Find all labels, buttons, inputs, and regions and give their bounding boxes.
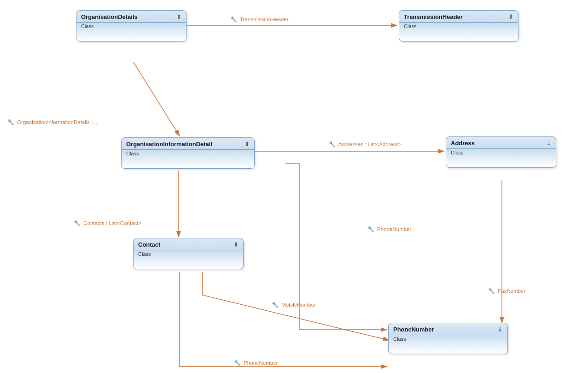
- class-header: Contact ⇓: [134, 238, 243, 250]
- class-title: OrganisationDetails: [81, 13, 138, 20]
- class-header: OrganisationInformationDetail ⇓: [122, 138, 254, 150]
- class-body: [134, 260, 243, 269]
- class-header: PhoneNumber ⇓: [389, 323, 507, 335]
- class-body: [389, 344, 507, 354]
- class-address[interactable]: Address ⇓ Class: [446, 136, 556, 168]
- wrench-icon: 🔧: [74, 220, 81, 226]
- class-stereotype: Class: [122, 150, 254, 159]
- chevron-down-icon: ⇓: [546, 140, 551, 147]
- class-stereotype: Class: [446, 149, 556, 158]
- wrench-icon: 🔧: [230, 16, 237, 23]
- wrench-icon: 🔧: [488, 288, 495, 294]
- class-stereotype: Class: [134, 250, 243, 260]
- wrench-icon: 🔧: [234, 360, 241, 366]
- chevron-down-icon: ⇓: [233, 241, 239, 248]
- class-title: TransmissionHeader: [404, 13, 463, 20]
- wrench-icon: 🔧: [272, 302, 279, 308]
- label-phonenumber1: 🔧 PhoneNumber: [367, 226, 411, 232]
- label-faxnumber: 🔧 FaxNumber: [488, 288, 525, 294]
- class-stereotype: Class: [399, 23, 518, 32]
- arrow-orginfo-down: [134, 62, 180, 136]
- class-body: [76, 32, 186, 41]
- label-phonenumber2: 🔧 PhoneNumber: [234, 360, 278, 366]
- class-title: OrganisationInformationDetail: [126, 141, 212, 148]
- class-stereotype: Class: [76, 23, 186, 32]
- arrow-phonenumber2: [180, 272, 387, 367]
- label-contacts: 🔧 Contacts : List<Contact>: [74, 220, 141, 226]
- diagram-container: OrganisationDetails ⇑ Class Transmission…: [0, 0, 588, 373]
- chevron-down-icon: ⇓: [245, 141, 250, 148]
- arrows-overlay: [0, 0, 588, 373]
- label-mobilenumber: 🔧 MobileNumber: [272, 302, 316, 308]
- class-organisationinformationdetail[interactable]: OrganisationInformationDetail ⇓ Class: [121, 137, 255, 169]
- class-contact[interactable]: Contact ⇓ Class: [133, 238, 244, 269]
- class-stereotype: Class: [389, 335, 507, 344]
- class-body: [446, 158, 556, 167]
- class-header: OrganisationDetails ⇑: [76, 11, 186, 23]
- chevron-down-icon: ⇓: [498, 326, 503, 333]
- class-organisationdetails[interactable]: OrganisationDetails ⇑ Class: [76, 10, 186, 41]
- label-orginfo: 🔧 OrganisationInformationDetails :...: [7, 119, 97, 125]
- class-title: Address: [451, 140, 475, 147]
- label-addresses: 🔧 Addresses : List<Address>: [329, 141, 402, 148]
- class-title: Contact: [138, 241, 160, 248]
- class-body: [399, 32, 518, 41]
- wrench-icon: 🔧: [7, 119, 14, 125]
- class-header: TransmissionHeader ⇓: [399, 11, 518, 23]
- wrench-icon: 🔧: [329, 141, 336, 148]
- class-phonenumber[interactable]: PhoneNumber ⇓ Class: [388, 323, 508, 354]
- wrench-icon: 🔧: [367, 226, 374, 232]
- class-header: Address ⇓: [446, 137, 556, 149]
- chevron-down-icon: ⇓: [508, 13, 513, 20]
- class-title: PhoneNumber: [393, 326, 434, 333]
- class-transmissionheader[interactable]: TransmissionHeader ⇓ Class: [399, 10, 518, 41]
- label-transmission: 🔧 TransmissionHeader: [230, 16, 289, 23]
- chevron-up-icon: ⇑: [176, 13, 181, 20]
- class-body: [122, 159, 254, 168]
